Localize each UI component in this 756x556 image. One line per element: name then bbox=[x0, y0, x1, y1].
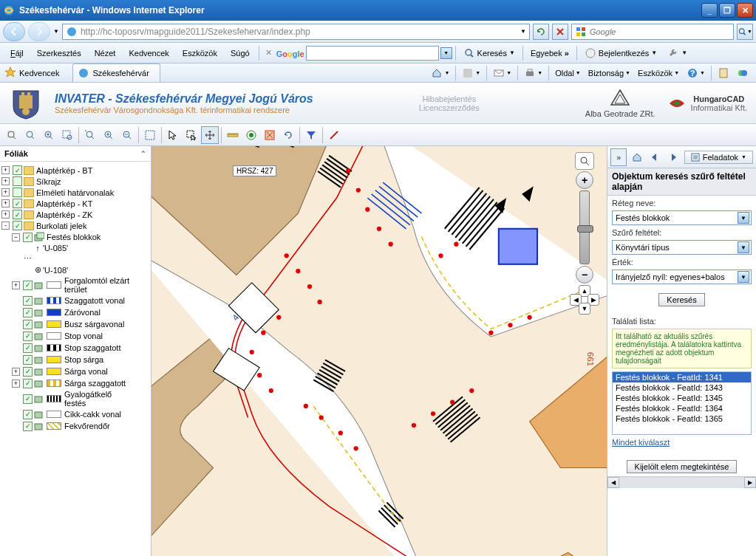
favorites-star-icon[interactable] bbox=[4, 66, 16, 80]
dropdown-icon[interactable]: ▼ bbox=[520, 28, 526, 35]
panel-hscroll[interactable]: ◀▶ bbox=[607, 476, 756, 488]
collapse-icon[interactable]: ⌃ bbox=[140, 150, 146, 157]
zoom-in-icon[interactable] bbox=[100, 126, 118, 144]
task-expand-icon[interactable]: » bbox=[610, 148, 627, 166]
tree-item[interactable]: ✓Szaggatott vonal bbox=[12, 295, 149, 306]
measure-icon[interactable] bbox=[224, 126, 242, 144]
result-item[interactable]: Festés blokkok - FeatId: 1364 bbox=[613, 403, 751, 413]
view-selected-button[interactable]: Kijelölt elem megtekintése bbox=[627, 460, 738, 473]
zoom-out-icon[interactable] bbox=[118, 126, 136, 144]
select-icon[interactable] bbox=[164, 126, 182, 144]
tree-item[interactable]: +Elméleti határvonalak bbox=[1, 187, 149, 198]
search-dropdown-icon[interactable]: ▼ bbox=[440, 47, 452, 59]
browser-tab[interactable]: Székesfehérvár bbox=[72, 64, 160, 82]
tree-item[interactable]: +✓Sárga szaggatott bbox=[12, 377, 149, 389]
tree-item[interactable]: ✓Stop vonal bbox=[12, 330, 149, 342]
zoom-in-button[interactable]: + bbox=[576, 171, 593, 189]
wrench-icon[interactable]: ▼ bbox=[663, 45, 692, 61]
tree-item[interactable]: +Síkrajz bbox=[1, 176, 149, 187]
buffer-icon[interactable] bbox=[242, 126, 260, 144]
zoom-slider-thumb[interactable] bbox=[577, 225, 593, 233]
research-icon[interactable] bbox=[715, 65, 732, 81]
select-all-link[interactable]: Mindet kiválaszt bbox=[612, 438, 752, 447]
menu-file[interactable]: Fájl bbox=[4, 47, 30, 60]
zoom-extents-button[interactable] bbox=[575, 152, 594, 170]
menu-edit[interactable]: Szerkesztés bbox=[31, 47, 87, 60]
help-icon[interactable]: ?▼ bbox=[684, 65, 708, 81]
map-canvas[interactable]: 661 4 HRSZ: 427 + − ▲ ◀ ▶ ▼ bbox=[151, 146, 607, 556]
menu-tools[interactable]: Eszközök bbox=[177, 47, 223, 60]
value-select[interactable]: Irányjelző nyíl: egyenes+balos▼ bbox=[612, 270, 752, 284]
search-button[interactable]: Keresés▼ bbox=[459, 45, 520, 61]
search-button[interactable]: Keresés bbox=[658, 293, 704, 306]
select-rect-icon[interactable] bbox=[183, 126, 200, 144]
clear-selection-icon[interactable] bbox=[261, 126, 279, 144]
tree-item[interactable]: ✓Záróvonal bbox=[12, 306, 149, 318]
search-go-button[interactable]: ▼ bbox=[737, 24, 753, 40]
search-input[interactable] bbox=[590, 27, 730, 36]
zoom-in-map-icon[interactable] bbox=[40, 126, 58, 144]
menu-favorites[interactable]: Kedvencek bbox=[123, 47, 174, 60]
task-home-icon[interactable] bbox=[628, 148, 644, 166]
result-item[interactable]: Festés blokkok - FeatId: 1341 bbox=[613, 372, 751, 382]
menu-help[interactable]: Súgó bbox=[225, 47, 256, 60]
zoom-out-button[interactable]: − bbox=[576, 266, 593, 284]
url-field[interactable]: ▼ bbox=[62, 24, 530, 40]
home-icon[interactable]: ▼ bbox=[428, 65, 452, 81]
redline-icon[interactable] bbox=[325, 126, 343, 144]
result-item[interactable]: Festés blokkok - FeatId: 1345 bbox=[613, 393, 751, 403]
dropdown-icon[interactable]: ▼ bbox=[53, 28, 59, 35]
tasks-button[interactable]: Feladatok▼ bbox=[684, 151, 753, 164]
header-links[interactable]: Hibabejelentés Licencszerződés bbox=[419, 95, 480, 112]
back-button[interactable] bbox=[3, 22, 25, 41]
layer-select[interactable]: Festés blokkok▼ bbox=[612, 210, 752, 225]
zoom-window-icon[interactable] bbox=[141, 126, 159, 144]
tree-item[interactable]: −✓ Festés blokkok bbox=[12, 231, 149, 243]
forward-button[interactable] bbox=[28, 22, 50, 41]
tree-item[interactable]: ✓Gyalogátkelőfestés bbox=[12, 389, 149, 408]
zoom-slider[interactable] bbox=[579, 191, 590, 264]
refresh-button[interactable] bbox=[533, 24, 549, 40]
zoom-rect-icon[interactable] bbox=[21, 126, 39, 144]
tree-item[interactable]: -✓Burkolati jelek bbox=[1, 220, 149, 231]
pan-down-button[interactable]: ▼ bbox=[579, 303, 590, 315]
tree-item[interactable]: ✓Busz sárgavonal bbox=[12, 318, 149, 330]
tree-item[interactable]: ✓Stop szaggatott bbox=[12, 342, 149, 354]
mail-icon[interactable]: ▼ bbox=[490, 65, 514, 81]
security-menu[interactable]: Biztonság▼ bbox=[585, 66, 633, 80]
maximize-button[interactable]: ❐ bbox=[719, 3, 735, 18]
tree-item[interactable]: +✓Alaptérkép - BT bbox=[1, 165, 149, 176]
more-button[interactable]: Egyebek » bbox=[526, 47, 573, 60]
filter-icon[interactable] bbox=[302, 126, 320, 144]
stop-button[interactable] bbox=[552, 24, 568, 40]
close-toolbar-icon[interactable]: ✕ bbox=[262, 48, 275, 58]
task-back-icon[interactable] bbox=[647, 148, 663, 166]
pan-icon[interactable] bbox=[201, 126, 219, 144]
task-forward-icon[interactable] bbox=[664, 148, 681, 166]
url-input[interactable] bbox=[81, 27, 517, 37]
menu-view[interactable]: Nézet bbox=[89, 47, 122, 60]
result-item[interactable]: Festés blokkok - FeatId: 1365 bbox=[613, 413, 751, 424]
tree-item[interactable]: ✓Fekvőrendőr bbox=[12, 420, 149, 432]
tools-menu[interactable]: Eszközök▼ bbox=[635, 66, 682, 80]
zoom-prev-icon[interactable] bbox=[81, 126, 99, 144]
layer-tree[interactable]: +✓Alaptérkép - BT+Síkrajz+Elméleti határ… bbox=[0, 162, 151, 556]
tree-item[interactable]: +✓Sárga vonal bbox=[12, 365, 149, 377]
tree-item[interactable]: ↑'U-085' bbox=[33, 243, 149, 253]
login-button[interactable]: Bejelentkezés▼ bbox=[580, 45, 661, 61]
close-button[interactable]: ✕ bbox=[737, 3, 753, 18]
tree-item[interactable]: ✓Stop sárga bbox=[12, 354, 149, 365]
results-list[interactable]: Festés blokkok - FeatId: 1341Festés blok… bbox=[612, 371, 752, 435]
zoom-selection-icon[interactable] bbox=[58, 126, 76, 144]
favorites-label[interactable]: Kedvencek bbox=[19, 69, 59, 78]
refresh-map-icon[interactable] bbox=[279, 126, 297, 144]
zoom-extents-icon[interactable] bbox=[3, 126, 21, 144]
tree-item[interactable]: +✓Alaptérkép - ZK bbox=[1, 209, 149, 220]
tree-item[interactable]: +✓Forgalomtól elzártterület bbox=[12, 275, 149, 295]
tree-item[interactable]: ✓Cikk-cakk vonal bbox=[12, 408, 149, 420]
result-item[interactable]: Festés blokkok - FeatId: 1343 bbox=[613, 382, 751, 393]
filter-select[interactable]: Könyvtári típus▼ bbox=[612, 240, 752, 255]
search-field[interactable] bbox=[571, 24, 734, 40]
page-menu[interactable]: Oldal▼ bbox=[552, 66, 584, 80]
google-toolbar-search[interactable] bbox=[306, 46, 439, 61]
